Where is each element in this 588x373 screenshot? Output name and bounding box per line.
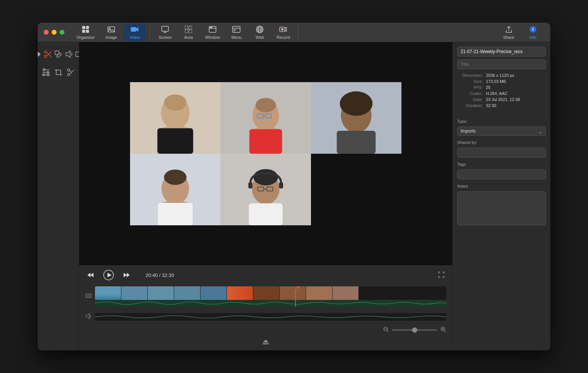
screen-icon (161, 25, 169, 34)
shared-by-field[interactable] (457, 148, 546, 157)
type-select-wrapper: Imports Exports Screenshots Recordings (457, 127, 546, 136)
toolbar-divider-2 (298, 26, 299, 39)
toolbar-item-image[interactable]: Image (100, 24, 122, 41)
fps-value: 25 (484, 84, 546, 90)
date-label: Date: (457, 96, 484, 102)
svg-line-33 (47, 52, 51, 56)
video-area (79, 42, 452, 265)
svg-line-49 (70, 70, 72, 73)
svg-rect-16 (233, 26, 240, 32)
svg-marker-36 (66, 51, 70, 58)
title-input[interactable] (457, 60, 546, 69)
main-content: 20:40 / 32:30 (38, 42, 550, 350)
audio-timeline-area (85, 311, 446, 323)
svg-rect-57 (250, 129, 282, 154)
svg-rect-7 (162, 26, 168, 31)
svg-marker-88 (86, 313, 89, 319)
type-label: Type: (457, 119, 546, 124)
svg-line-90 (387, 330, 389, 332)
shared-by-label: Shared by: (457, 140, 546, 145)
timeline-video-icon (85, 292, 92, 301)
svg-point-52 (164, 95, 187, 111)
timeline-filmstrip (95, 286, 446, 300)
minimize-button[interactable] (52, 30, 57, 35)
sidebar-crop-icon[interactable] (53, 65, 63, 80)
record-icon (279, 25, 287, 34)
sidebar-cut-icon[interactable] (44, 47, 52, 62)
svg-text:i: i (532, 27, 533, 32)
traffic-lights (44, 30, 64, 35)
app-window: Organizer Image Video (38, 23, 550, 350)
timeline-waveform (95, 300, 446, 307)
svg-marker-83 (127, 273, 130, 277)
sidebar-audio-icon[interactable] (65, 47, 73, 62)
duration-label: Duration: (457, 102, 484, 109)
svg-point-63 (340, 91, 373, 116)
notes-textarea[interactable] (457, 191, 546, 225)
svg-point-43 (43, 73, 45, 76)
sidebar-annotate-icon[interactable] (54, 47, 63, 62)
zoom-out-button[interactable] (383, 326, 389, 333)
audio-track[interactable] (95, 313, 446, 321)
date-value: 23 Jul 2021, 12:38 (484, 96, 546, 102)
fullscreen-button[interactable] (436, 270, 446, 281)
toolbar-item-record[interactable]: Record (272, 24, 294, 41)
window-icon (208, 25, 217, 34)
zoom-in-button[interactable] (440, 326, 446, 333)
zoom-slider[interactable] (392, 329, 437, 331)
meta-row-duration: Duration: 32:30 (457, 102, 546, 109)
info-icon: i (529, 25, 537, 34)
image-icon (107, 25, 115, 34)
sidebar-play-icon[interactable] (38, 47, 41, 62)
toolbar-item-info[interactable]: i Info (522, 24, 544, 41)
toolbar-item-menu[interactable]: Menu (225, 24, 248, 41)
svg-point-67 (164, 170, 187, 185)
svg-point-14 (210, 27, 211, 28)
meta-row-size: Size: 173,03 MB (457, 78, 546, 84)
maximize-button[interactable] (60, 30, 64, 35)
svg-point-15 (211, 27, 212, 28)
toolbar-item-screen[interactable]: Screen (154, 24, 176, 41)
svg-rect-72 (249, 203, 283, 225)
toolbar-item-video[interactable]: Video (123, 24, 146, 41)
toolbar-right: Share i Info (498, 24, 544, 41)
close-button[interactable] (44, 30, 49, 35)
sidebar-trim-icon[interactable] (41, 65, 51, 80)
svg-marker-79 (90, 273, 93, 277)
eject-button[interactable] (262, 339, 270, 346)
svg-rect-6 (131, 27, 136, 32)
play-button[interactable] (102, 268, 115, 282)
svg-rect-73 (248, 182, 253, 188)
svg-marker-30 (38, 52, 41, 57)
video-grid (130, 82, 401, 225)
rewind-button[interactable] (85, 270, 96, 280)
fast-forward-button[interactable] (121, 270, 132, 280)
timeline-track[interactable] (95, 286, 446, 307)
fullscreen-icon (438, 271, 445, 278)
titlebar: Organizer Image Video (38, 23, 550, 42)
play-icon (103, 270, 114, 280)
meta-row-fps: FPS: 25 (457, 84, 546, 90)
tags-label: Tags (457, 162, 546, 167)
center-area: 20:40 / 32:30 (79, 42, 452, 350)
tags-field[interactable] (457, 170, 546, 179)
toolbar-item-window[interactable]: Window (201, 24, 224, 41)
area-icon (184, 25, 193, 34)
svg-rect-0 (82, 26, 85, 29)
toolbar-item-organizer[interactable]: Organizer (72, 24, 99, 41)
svg-point-32 (44, 51, 47, 53)
sidebar-scissors-icon[interactable] (66, 65, 76, 80)
meta-table: Dimension: 2036 x 1120 px Size: 173,03 M… (457, 72, 546, 109)
video-cell-2 (220, 82, 311, 154)
svg-rect-68 (158, 203, 193, 225)
size-value: 173,03 MB (484, 78, 546, 84)
svg-rect-74 (279, 182, 283, 188)
filename-input[interactable] (457, 47, 546, 57)
toolbar-item-area[interactable]: Area (177, 24, 200, 41)
dimension-label: Dimension: (457, 72, 484, 78)
toolbar-item-web[interactable]: Web (248, 24, 271, 41)
fast-forward-icon (123, 271, 130, 279)
toolbar-item-share[interactable]: Share (498, 24, 520, 41)
type-select[interactable]: Imports Exports Screenshots Recordings (457, 127, 546, 136)
svg-rect-11 (189, 30, 192, 33)
